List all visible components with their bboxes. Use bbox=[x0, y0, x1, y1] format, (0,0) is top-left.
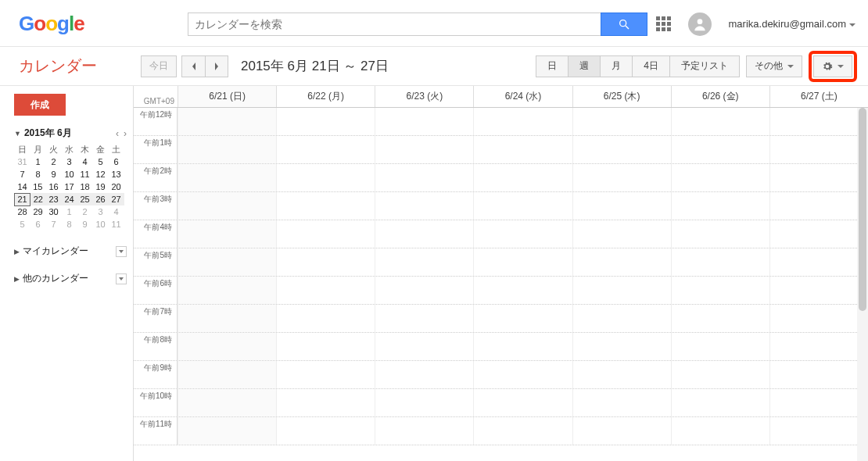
hour-cell[interactable] bbox=[276, 248, 375, 276]
hour-cell[interactable] bbox=[671, 248, 769, 276]
mini-day[interactable]: 8 bbox=[30, 168, 46, 180]
hour-cell[interactable] bbox=[671, 333, 769, 360]
hour-cell[interactable] bbox=[769, 361, 868, 388]
hour-cell[interactable] bbox=[276, 220, 375, 248]
search-button[interactable] bbox=[601, 13, 647, 36]
hour-cell[interactable] bbox=[473, 305, 572, 332]
hour-cell[interactable] bbox=[473, 108, 572, 135]
hour-cell[interactable] bbox=[473, 248, 572, 276]
mini-day[interactable]: 12 bbox=[93, 168, 109, 180]
hour-cell[interactable] bbox=[375, 277, 473, 304]
view-button[interactable]: 日 bbox=[536, 55, 569, 77]
hour-cell[interactable] bbox=[375, 417, 473, 445]
mini-day[interactable]: 20 bbox=[109, 180, 124, 193]
mini-day[interactable]: 2 bbox=[46, 155, 62, 168]
hour-cell[interactable] bbox=[276, 164, 375, 191]
hour-cell[interactable] bbox=[769, 417, 868, 445]
hour-cell[interactable] bbox=[375, 305, 473, 332]
hour-cell[interactable] bbox=[769, 277, 868, 304]
hour-cell[interactable] bbox=[572, 277, 671, 304]
mini-day[interactable]: 27 bbox=[109, 193, 124, 205]
hour-cell[interactable] bbox=[276, 108, 375, 135]
settings-button[interactable] bbox=[813, 55, 852, 77]
mini-day[interactable]: 10 bbox=[62, 168, 77, 180]
day-header[interactable]: 6/25 (木) bbox=[572, 86, 671, 107]
hour-cell[interactable] bbox=[375, 389, 473, 416]
mini-day[interactable]: 9 bbox=[46, 168, 62, 180]
hour-cell[interactable] bbox=[473, 389, 572, 416]
hour-cell[interactable] bbox=[473, 192, 572, 220]
hour-cell[interactable] bbox=[769, 164, 868, 191]
hour-cell[interactable] bbox=[769, 192, 868, 220]
mini-day[interactable]: 3 bbox=[62, 155, 77, 168]
hour-cell[interactable] bbox=[473, 417, 572, 445]
other-button[interactable]: その他 bbox=[746, 55, 802, 77]
hour-cell[interactable] bbox=[572, 136, 671, 163]
hour-cell[interactable] bbox=[276, 333, 375, 360]
hour-cell[interactable] bbox=[375, 164, 473, 191]
mini-day[interactable]: 3 bbox=[93, 205, 109, 218]
hour-cell[interactable] bbox=[671, 108, 769, 135]
hour-cell[interactable] bbox=[178, 417, 276, 445]
hour-cell[interactable] bbox=[473, 361, 572, 388]
mini-day[interactable]: 9 bbox=[77, 218, 93, 230]
mini-day[interactable]: 26 bbox=[93, 193, 109, 205]
hour-cell[interactable] bbox=[769, 389, 868, 416]
mini-day[interactable]: 11 bbox=[109, 218, 124, 230]
hour-cell[interactable] bbox=[671, 136, 769, 163]
google-logo[interactable]: Google bbox=[19, 12, 84, 36]
hour-cell[interactable] bbox=[473, 164, 572, 191]
hour-cell[interactable] bbox=[178, 248, 276, 276]
mini-day[interactable]: 2 bbox=[77, 205, 93, 218]
view-button[interactable]: 月 bbox=[601, 55, 633, 77]
mini-day[interactable]: 11 bbox=[77, 168, 93, 180]
view-button[interactable]: 週 bbox=[569, 55, 601, 77]
mini-day[interactable]: 21 bbox=[15, 193, 30, 205]
hour-cell[interactable] bbox=[572, 108, 671, 135]
hour-cell[interactable] bbox=[276, 305, 375, 332]
create-button[interactable]: 作成 bbox=[14, 94, 66, 116]
hour-cell[interactable] bbox=[671, 220, 769, 248]
hour-cell[interactable] bbox=[375, 108, 473, 135]
today-button[interactable]: 今日 bbox=[141, 55, 177, 77]
hour-cell[interactable] bbox=[276, 277, 375, 304]
hour-cell[interactable] bbox=[375, 220, 473, 248]
mini-prev-button[interactable]: ‹ bbox=[116, 128, 119, 139]
mini-day[interactable]: 19 bbox=[93, 180, 109, 193]
day-header[interactable]: 6/22 (月) bbox=[276, 86, 375, 107]
hour-cell[interactable] bbox=[276, 192, 375, 220]
view-button[interactable]: 予定リスト bbox=[670, 55, 740, 77]
hour-cell[interactable] bbox=[671, 277, 769, 304]
scrollbar[interactable] bbox=[857, 108, 868, 461]
hour-cell[interactable] bbox=[178, 361, 276, 388]
hour-cell[interactable] bbox=[572, 192, 671, 220]
apps-icon[interactable] bbox=[656, 16, 671, 31]
hour-cell[interactable] bbox=[671, 192, 769, 220]
mini-day[interactable]: 6 bbox=[109, 155, 124, 168]
mini-day[interactable]: 10 bbox=[93, 218, 109, 230]
mini-day[interactable]: 1 bbox=[62, 205, 77, 218]
hour-cell[interactable] bbox=[276, 136, 375, 163]
mini-day[interactable]: 6 bbox=[30, 218, 46, 230]
mini-day[interactable]: 14 bbox=[15, 180, 30, 193]
hour-cell[interactable] bbox=[769, 220, 868, 248]
hour-cell[interactable] bbox=[572, 164, 671, 191]
mini-day[interactable]: 22 bbox=[30, 193, 46, 205]
user-email[interactable]: marika.dekiru@gmail.com bbox=[729, 18, 855, 30]
search-input[interactable] bbox=[188, 13, 601, 36]
hour-cell[interactable] bbox=[671, 361, 769, 388]
hour-cell[interactable] bbox=[473, 277, 572, 304]
sidebar-section[interactable]: ▶他のカレンダー bbox=[14, 272, 127, 285]
hour-cell[interactable] bbox=[375, 361, 473, 388]
next-button[interactable] bbox=[205, 55, 228, 77]
hour-cell[interactable] bbox=[473, 220, 572, 248]
dropdown-icon[interactable] bbox=[116, 246, 127, 257]
mini-day[interactable]: 13 bbox=[109, 168, 124, 180]
mini-day[interactable]: 28 bbox=[15, 205, 30, 218]
hour-cell[interactable] bbox=[769, 136, 868, 163]
mini-day[interactable]: 1 bbox=[30, 155, 46, 168]
sidebar-section[interactable]: ▶マイカレンダー bbox=[14, 245, 127, 258]
view-button[interactable]: 4日 bbox=[633, 55, 670, 77]
hour-cell[interactable] bbox=[572, 305, 671, 332]
mini-day[interactable]: 25 bbox=[77, 193, 93, 205]
